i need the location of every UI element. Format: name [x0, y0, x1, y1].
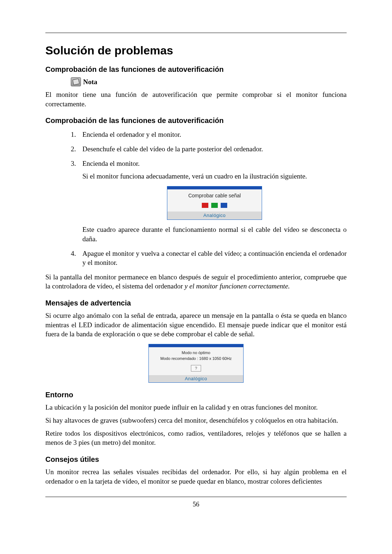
- swatch-red: [202, 203, 208, 208]
- document-page: Solución de problemas Comprobación de la…: [0, 0, 392, 530]
- osd-question-box: ?: [191, 365, 201, 372]
- step-text: Encienda el ordenador y el monitor.: [82, 130, 347, 139]
- top-rule: [45, 33, 347, 33]
- section-heading-warnings: Mensajes de advertencia: [45, 299, 347, 307]
- osd-message: Comprobar cable señal: [167, 189, 262, 201]
- step-item: Apague el monitor y vuelva a conectar el…: [71, 249, 347, 267]
- note-icon: [71, 77, 81, 86]
- conclusion-italic: y el monitor funcionen correctamente.: [185, 282, 290, 290]
- section-heading-selftest-1: Comprobación de las funciones de autover…: [45, 65, 347, 74]
- swatch-blue: [221, 203, 227, 208]
- step-after-text: Este cuadro aparece durante el funcionam…: [82, 225, 347, 243]
- osd-dialog-check-cable: Comprobar cable señal Analógico: [167, 186, 262, 220]
- steps-list: Encienda el ordenador y el monitor. Dese…: [71, 130, 347, 267]
- osd-color-swatches: [167, 201, 262, 212]
- step-item: Encienda el monitor. Si el monitor funci…: [71, 159, 347, 244]
- osd-line2: Modo recomendado : 1680 x 1050 60Hz: [149, 356, 243, 363]
- note-block: Nota: [71, 77, 347, 86]
- osd-header-bar: [149, 344, 243, 347]
- osd-question-row: ?: [149, 363, 243, 375]
- section-heading-environment: Entorno: [45, 391, 347, 399]
- step-text: Apague el monitor y vuelva a conectar el…: [82, 249, 347, 267]
- swatch-green: [211, 203, 218, 208]
- step-sub-text: Si el monitor funciona adecuadamente, ve…: [82, 172, 347, 181]
- section-heading-tips: Consejos útiles: [45, 455, 347, 464]
- note-label: Nota: [83, 78, 97, 86]
- bottom-rule: [45, 497, 347, 497]
- osd-dialog-not-optimal: Modo no óptimo Modo recomendado : 1680 x…: [148, 344, 244, 383]
- tips-p1: Un monitor recrea las señales visuales r…: [45, 467, 347, 486]
- steps-conclusion: Si la pantalla del monitor permanece en …: [45, 272, 347, 291]
- osd-line1: Modo no óptimo: [149, 347, 243, 356]
- environment-p2: Si hay altavoces de graves (subwoofers) …: [45, 416, 347, 425]
- section-heading-selftest-2: Comprobación de las funciones de autover…: [45, 116, 347, 125]
- step-text: Encienda el monitor.: [82, 160, 140, 167]
- osd-header-bar: [167, 186, 262, 189]
- warnings-body: Si ocurre algo anómalo con la señal de e…: [45, 311, 347, 339]
- step-item: Encienda el ordenador y el monitor.: [71, 130, 347, 139]
- step-text: Desenchufe el cable del vídeo de la part…: [82, 144, 347, 154]
- environment-p3: Retire todos los dispositivos electrónic…: [45, 429, 347, 447]
- step-item: Desenchufe el cable del vídeo de la part…: [71, 144, 347, 154]
- environment-p1: La ubicación y la posición del monitor p…: [45, 403, 347, 412]
- osd-footer: Analógico: [167, 212, 262, 220]
- page-title: Solución de problemas: [45, 44, 347, 57]
- osd-footer: Analógico: [149, 375, 243, 382]
- note-body: El monitor tiene una función de autoveri…: [45, 90, 347, 108]
- page-number: 56: [45, 501, 347, 508]
